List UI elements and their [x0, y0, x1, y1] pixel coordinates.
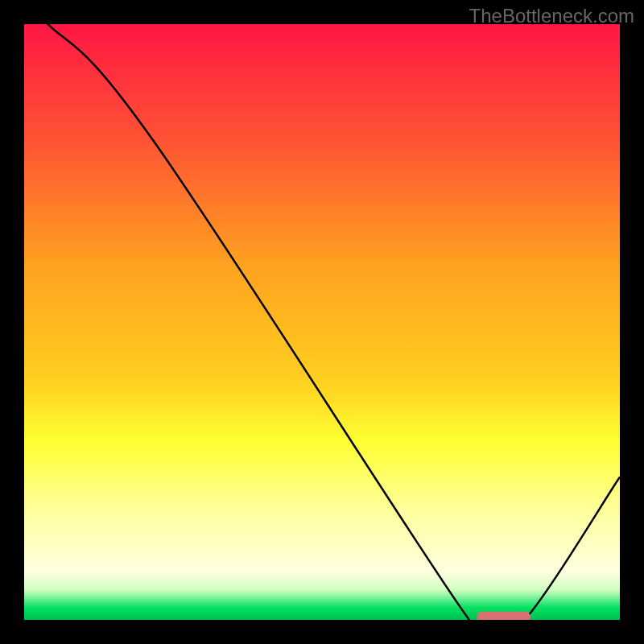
chart-container: TheBottleneck.com: [0, 0, 644, 644]
gradient-background: [24, 24, 620, 620]
chart-svg: [24, 24, 620, 620]
plot-area: [24, 24, 620, 620]
watermark-text: TheBottleneck.com: [469, 5, 634, 27]
optimal-range-marker: [477, 612, 530, 620]
